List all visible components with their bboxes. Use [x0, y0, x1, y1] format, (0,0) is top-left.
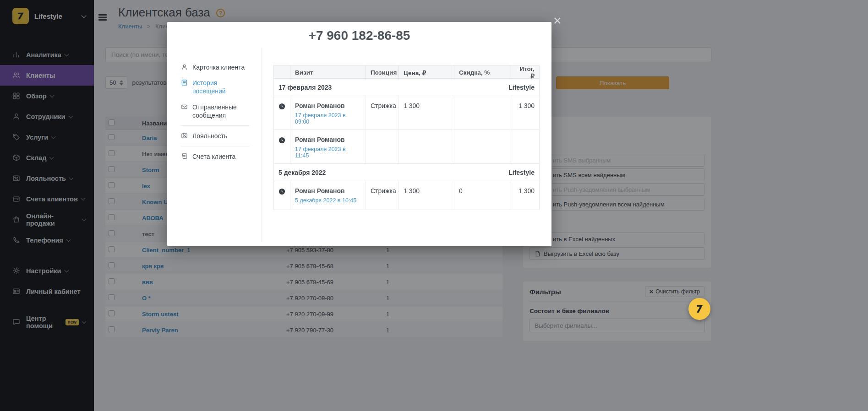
visit-position: Стрижка [366, 181, 399, 210]
visit-price: 1 300 [399, 96, 454, 130]
visit-group-branch: Lifestyle [508, 84, 535, 91]
clock-icon [278, 137, 285, 144]
visit-group: 17 февраля 2023 Lifestyle Роман Романов … [273, 79, 540, 164]
modal-menu-icon [181, 79, 188, 86]
floating-brand-button[interactable] [688, 298, 710, 320]
visit-client-name: Роман Романов [295, 102, 361, 109]
modal-menu-icon [181, 153, 188, 160]
visit-position [366, 130, 399, 163]
clock-icon [278, 103, 285, 110]
modal-title: +7 960 182-86-85 [167, 28, 551, 43]
modal-menu-item[interactable]: Счета клиента [181, 149, 250, 164]
visit-group-date: 5 декабря 2022 [278, 169, 326, 176]
visit-total: 1 300 [510, 181, 539, 210]
visit-total: 1 300 [510, 96, 539, 130]
visits-column-position: Позиция [366, 65, 399, 80]
visit-row: Роман Романов 17 февраля 2023 в 11:45 [274, 130, 539, 164]
visits-column-price: Цена, ₽ [399, 65, 454, 80]
visit-datetime-link[interactable]: 5 декабря 2022 в 10:45 [295, 197, 356, 204]
visit-discount [454, 130, 510, 163]
visits-table-header: Визит Позиция Цена, ₽ Скидка, % Итог, ₽ [273, 65, 540, 79]
modal-menu-icon [181, 64, 188, 70]
visit-price [399, 130, 454, 163]
modal-menu-label: Лояльность [192, 132, 227, 140]
modal-menu-icon [181, 103, 188, 110]
visit-group: 5 декабря 2022 Lifestyle Роман Романов 5… [273, 164, 540, 210]
visit-group-header: 5 декабря 2022 Lifestyle [274, 164, 539, 181]
modal-menu-icon [181, 132, 188, 139]
modal-menu-item[interactable]: Отправленные сообщения [181, 99, 250, 126]
visit-total [510, 130, 539, 163]
modal-menu-item[interactable]: Лояльность [181, 128, 250, 146]
clock-icon [278, 188, 285, 195]
modal-menu-item[interactable]: История посещений [181, 75, 250, 99]
modal-menu-item[interactable]: Карточка клиента [181, 59, 250, 75]
visits-column-visit: Визит [290, 65, 366, 80]
visit-client-name: Роман Романов [295, 187, 361, 195]
visit-row: Роман Романов 17 февраля 2023 в 09:00 Ст… [274, 96, 539, 130]
visit-group-header: 17 февраля 2023 Lifestyle [274, 79, 539, 96]
visit-client-name: Роман Романов [295, 136, 361, 143]
visit-group-branch: Lifestyle [508, 169, 535, 176]
client-modal: +7 960 182-86-85 Карточка клиента Истори… [167, 22, 551, 246]
visit-price: 1 300 [399, 181, 454, 210]
visits-table: Визит Позиция Цена, ₽ Скидка, % Итог, ₽ … [262, 48, 552, 242]
visit-group-date: 17 февраля 2023 [278, 84, 332, 91]
modal-menu-label: Отправленные сообщения [192, 103, 250, 119]
brand-glyph-icon [694, 303, 705, 314]
visit-datetime-link[interactable]: 17 февраля 2023 в 09:00 [295, 112, 361, 125]
visits-column-discount: Скидка, % [454, 65, 510, 80]
modal-menu-label: Карточка клиента [192, 63, 245, 71]
modal-menu: Карточка клиента История посещений Отпра… [167, 48, 262, 242]
visit-position: Стрижка [366, 96, 399, 130]
visit-datetime-link[interactable]: 17 февраля 2023 в 11:45 [295, 146, 361, 159]
visits-column-total: Итог, ₽ [510, 65, 539, 80]
close-icon[interactable] [553, 14, 562, 27]
modal-menu-label: История посещений [192, 79, 250, 95]
visit-discount [454, 96, 510, 130]
visit-discount: 0 [454, 181, 510, 210]
modal-menu-label: Счета клиента [192, 152, 235, 161]
visit-row: Роман Романов 5 декабря 2022 в 10:45 Стр… [274, 181, 539, 210]
